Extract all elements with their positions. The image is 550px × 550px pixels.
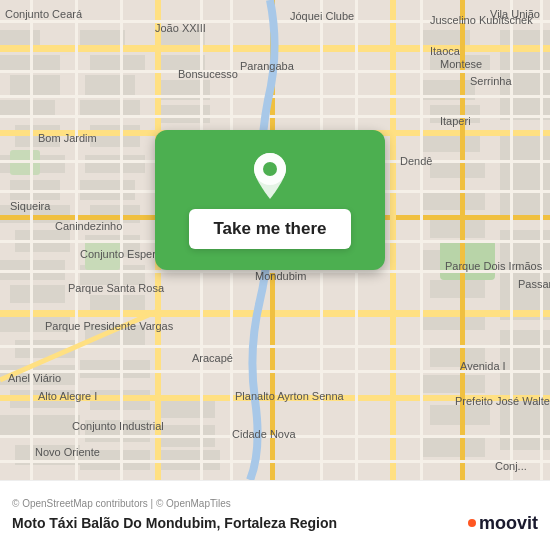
svg-rect-16 xyxy=(0,415,80,437)
svg-rect-3 xyxy=(10,75,60,95)
location-pin-icon xyxy=(250,151,290,201)
label-siqueira: Siqueira xyxy=(10,200,50,212)
svg-rect-75 xyxy=(0,95,550,98)
label-planalto: Planalto Ayrton Senna xyxy=(235,390,344,402)
svg-rect-84 xyxy=(0,460,550,463)
moovit-dot-icon xyxy=(468,519,476,527)
svg-rect-85 xyxy=(30,0,33,480)
place-info-row: Moto Táxi Balão Do Mondubim, Fortaleza R… xyxy=(12,513,538,534)
label-itaoca: Itaoca xyxy=(430,45,460,57)
svg-rect-19 xyxy=(90,55,145,70)
label-conjindustrial: Conjunto Industrial xyxy=(72,420,164,432)
label-montese: Montese xyxy=(440,58,482,70)
label-anelviario: Anel Viário xyxy=(8,372,61,384)
label-conj: Conj... xyxy=(495,460,527,472)
place-name: Moto Táxi Balão Do Mondubim, Fortaleza R… xyxy=(12,515,337,531)
label-parquedoisirmaos: Parque Dois Irmãos xyxy=(445,260,542,272)
attribution-text: © OpenStreetMap contributors | © OpenMap… xyxy=(12,498,538,509)
svg-rect-23 xyxy=(85,155,145,173)
svg-rect-30 xyxy=(80,360,150,378)
svg-rect-86 xyxy=(75,0,78,480)
svg-rect-87 xyxy=(120,0,123,480)
label-vilauniao: Vila União xyxy=(490,8,540,20)
label-passare: Passaré xyxy=(518,278,550,290)
moovit-logo: moovit xyxy=(468,513,538,534)
svg-rect-38 xyxy=(155,400,215,418)
label-cidadenova: Cidade Nova xyxy=(232,428,296,440)
bottom-info-bar: © OpenStreetMap contributors | © OpenMap… xyxy=(0,480,550,550)
label-altoalegre: Alto Alegre I xyxy=(38,390,97,402)
label-canindezinho: Canindezinho xyxy=(55,220,122,232)
svg-rect-53 xyxy=(420,375,485,393)
label-bomjardim: Bom Jardim xyxy=(38,132,97,144)
svg-rect-50 xyxy=(430,280,485,298)
take-me-there-button[interactable]: Take me there xyxy=(189,209,350,249)
label-parangaba: Parangaba xyxy=(240,60,294,72)
svg-rect-11 xyxy=(10,285,65,303)
label-dende: Dendê xyxy=(400,155,432,167)
svg-rect-20 xyxy=(85,75,135,95)
svg-point-97 xyxy=(263,162,277,176)
svg-rect-94 xyxy=(540,0,543,480)
label-novooriente: Novo Oriente xyxy=(35,446,100,458)
svg-rect-48 xyxy=(430,220,485,238)
svg-rect-92 xyxy=(420,0,423,480)
map-container: Take me there Jóquei Clube João XXIII Co… xyxy=(0,0,550,480)
label-serrinha: Serrinha xyxy=(470,75,512,87)
label-conjceara: Conjunto Ceará xyxy=(5,8,82,20)
label-parquesantarosa: Parque Santa Rosa xyxy=(68,282,164,294)
overlay-card: Take me there xyxy=(155,130,385,270)
label-prefeitojosewalter: Prefeito José Walter xyxy=(455,395,550,407)
label-joao23: João XXIII xyxy=(155,22,206,34)
svg-rect-55 xyxy=(420,435,485,457)
label-mondubim: Mondubim xyxy=(255,270,306,282)
moovit-brand-text: moovit xyxy=(479,513,538,534)
svg-rect-93 xyxy=(510,0,513,480)
label-avenidai: Avenida I xyxy=(460,360,506,372)
label-aracape: Aracapé xyxy=(192,352,233,364)
label-bonsucesso: Bonsucesso xyxy=(178,68,238,80)
label-parquepresidente: Parque Presidente Vargas xyxy=(45,320,173,332)
label-joqueicube: Jóquei Clube xyxy=(290,10,354,22)
label-itaperi: Itaperi xyxy=(440,115,471,127)
